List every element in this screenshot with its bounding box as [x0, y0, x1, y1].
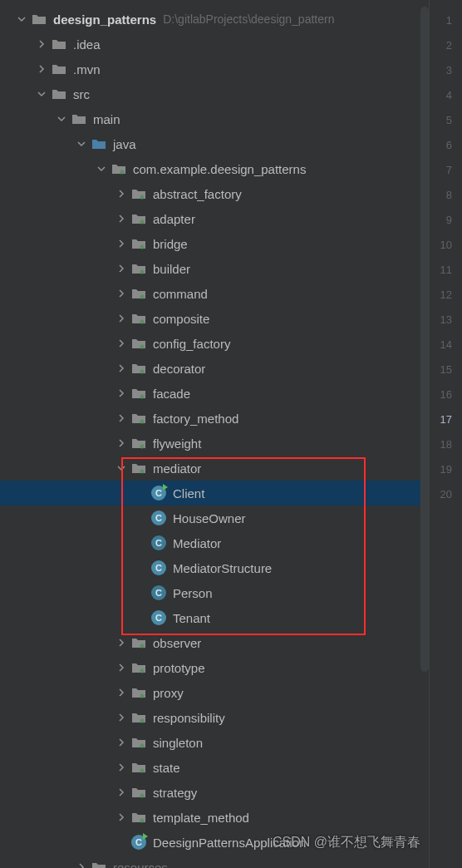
tree-row[interactable]: .mvn	[0, 57, 429, 81]
tree-item-label: strategy	[153, 786, 197, 800]
tree-row[interactable]: src	[0, 81, 429, 106]
svg-point-3	[140, 245, 145, 249]
package-icon	[131, 211, 146, 226]
tree-item-label: MediatorStructure	[173, 561, 272, 575]
tree-row[interactable]: state	[0, 755, 429, 780]
tree-row[interactable]: CMediator	[0, 530, 429, 555]
abstract-class-icon: C	[151, 535, 166, 550]
package-icon	[131, 635, 146, 650]
tree-item-label: resources	[113, 861, 168, 869]
package-icon	[131, 760, 146, 775]
chevron-right-icon[interactable]	[115, 711, 128, 724]
chevron-right-icon[interactable]	[115, 412, 128, 425]
tree-row[interactable]: command	[0, 281, 429, 306]
svg-point-9	[140, 395, 145, 399]
line-number: 3	[430, 58, 452, 83]
package-icon	[131, 386, 146, 401]
tree-item-label: factory_method	[153, 412, 238, 426]
tree-row[interactable]: builder	[0, 256, 429, 281]
chevron-down-icon[interactable]	[95, 162, 108, 175]
tree-row[interactable]: strategy	[0, 780, 429, 805]
tree-row[interactable]: CHouseOwner	[0, 506, 429, 530]
tree-row[interactable]: CMediatorStructure	[0, 555, 429, 580]
chevron-right-icon[interactable]	[35, 62, 48, 76]
tree-row[interactable]: main	[0, 106, 429, 131]
scrollbar[interactable]	[420, 7, 429, 672]
chevron-right-icon[interactable]	[115, 761, 128, 774]
chevron-right-icon[interactable]	[115, 262, 128, 275]
line-number: 13	[430, 308, 452, 333]
folder-icon	[52, 37, 66, 52]
tree-row[interactable]: prototype	[0, 655, 429, 680]
package-icon	[131, 236, 146, 251]
tree-row[interactable]: template_method	[0, 805, 429, 830]
tree-item-label: abstract_factory	[153, 187, 242, 201]
tree-row[interactable]: singleton	[0, 730, 429, 755]
chevron-right-icon[interactable]	[115, 237, 128, 250]
chevron-down-icon[interactable]	[15, 12, 28, 26]
chevron-right-icon[interactable]	[115, 636, 128, 649]
tree-row[interactable]: abstract_factory	[0, 181, 429, 206]
class-icon: C	[151, 560, 166, 575]
tree-row[interactable]: CClient	[0, 481, 429, 506]
package-icon	[131, 660, 146, 675]
tree-row[interactable]: adapter	[0, 206, 429, 231]
source-folder-icon	[91, 136, 106, 151]
tree-row[interactable]: java	[0, 131, 429, 156]
tree-row[interactable]: com.example.deesign_patterns	[0, 156, 429, 181]
chevron-right-icon[interactable]	[75, 861, 88, 868]
chevron-right-icon[interactable]	[115, 212, 128, 225]
line-number: 11	[430, 258, 452, 283]
chevron-down-icon[interactable]	[75, 137, 88, 150]
chevron-right-icon[interactable]	[115, 187, 128, 200]
svg-point-16	[140, 719, 145, 723]
tree-row[interactable]: facade	[0, 381, 429, 406]
chevron-right-icon[interactable]	[115, 287, 128, 300]
package-icon	[131, 311, 146, 326]
chevron-right-icon[interactable]	[115, 736, 128, 749]
tree-item-label: main	[93, 112, 120, 126]
svg-point-10	[140, 420, 145, 424]
tree-row[interactable]: composite	[0, 306, 429, 331]
tree-row[interactable]: deesign_patternsD:\gitlabProjects\deesig…	[0, 7, 429, 32]
chevron-down-icon[interactable]	[115, 461, 128, 475]
tree-row[interactable]: factory_method	[0, 406, 429, 431]
chevron-right-icon[interactable]	[115, 686, 128, 699]
tree-item-label: bridge	[153, 237, 188, 251]
chevron-right-icon[interactable]	[115, 811, 128, 824]
package-icon	[131, 685, 146, 700]
tree-row[interactable]: config_factory	[0, 331, 429, 356]
chevron-right-icon[interactable]	[115, 337, 128, 350]
tree-row[interactable]: .idea	[0, 32, 429, 57]
tree-row[interactable]: resources	[0, 855, 429, 868]
chevron-down-icon[interactable]	[55, 112, 68, 126]
tree-row[interactable]: CTenant	[0, 605, 429, 630]
chevron-right-icon[interactable]	[35, 37, 48, 51]
project-tree[interactable]: deesign_patternsD:\gitlabProjects\deesig…	[0, 0, 429, 868]
tree-item-label: Mediator	[173, 536, 221, 550]
chevron-right-icon[interactable]	[115, 312, 128, 325]
line-number: 2	[430, 33, 452, 58]
chevron-down-icon[interactable]	[35, 87, 48, 101]
tree-item-label: Client	[173, 486, 204, 501]
chevron-right-icon[interactable]	[115, 786, 128, 799]
chevron-right-icon[interactable]	[115, 362, 128, 375]
tree-row[interactable]: mediator	[0, 456, 429, 481]
tree-row[interactable]: decorator	[0, 356, 429, 381]
svg-point-11	[140, 445, 145, 449]
tree-row[interactable]: bridge	[0, 231, 429, 256]
package-icon	[131, 411, 146, 426]
tree-row[interactable]: flyweight	[0, 431, 429, 456]
tree-row[interactable]: CPerson	[0, 580, 429, 605]
package-icon	[131, 461, 146, 476]
chevron-right-icon[interactable]	[115, 436, 128, 450]
chevron-right-icon[interactable]	[115, 387, 128, 400]
tree-row[interactable]: observer	[0, 630, 429, 655]
chevron-right-icon[interactable]	[115, 661, 128, 674]
line-number: 14	[430, 333, 452, 358]
tree-item-label: .mvn	[73, 62, 101, 76]
tree-row[interactable]: responsibility	[0, 705, 429, 730]
tree-row[interactable]: proxy	[0, 680, 429, 705]
tree-item-label: mediator	[153, 461, 201, 476]
package-icon	[131, 336, 146, 351]
